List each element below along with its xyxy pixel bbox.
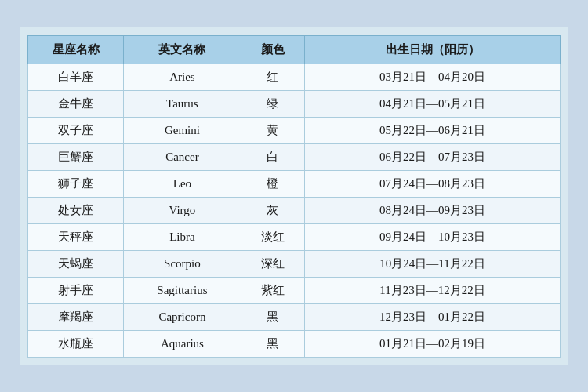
cell-color: 深红 [241, 250, 304, 277]
cell-date: 04月21日—05月21日 [305, 90, 561, 117]
cell-color: 黄 [241, 117, 304, 143]
cell-date: 03月21日—04月20日 [305, 64, 561, 90]
table-row: 金牛座Taurus绿04月21日—05月21日 [28, 90, 561, 117]
cell-english: Leo [124, 170, 241, 197]
table-row: 天蝎座Scorpio深红10月24日—11月22日 [28, 250, 561, 277]
cell-english: Cancer [124, 143, 241, 170]
table-row: 天秤座Libra淡红09月24日—10月23日 [28, 223, 561, 250]
cell-english: Aries [124, 64, 241, 90]
cell-english: Capricorn [124, 303, 241, 330]
cell-english: Taurus [124, 90, 241, 117]
cell-chinese: 天蝎座 [28, 250, 124, 277]
cell-english: Gemini [124, 117, 241, 143]
table-row: 白羊座Aries红03月21日—04月20日 [28, 64, 561, 90]
cell-chinese: 狮子座 [28, 170, 124, 197]
cell-chinese: 天秤座 [28, 223, 124, 250]
cell-chinese: 巨蟹座 [28, 143, 124, 170]
zodiac-table: 星座名称 英文名称 颜色 出生日期（阳历） 白羊座Aries红03月21日—04… [27, 35, 561, 358]
table-row: 水瓶座Aquarius黑01月21日—02月19日 [28, 330, 561, 357]
cell-chinese: 处女座 [28, 197, 124, 223]
cell-chinese: 白羊座 [28, 64, 124, 90]
cell-date: 08月24日—09月23日 [305, 197, 561, 223]
cell-chinese: 摩羯座 [28, 303, 124, 330]
table-row: 狮子座Leo橙07月24日—08月23日 [28, 170, 561, 197]
cell-color: 淡红 [241, 223, 304, 250]
cell-color: 灰 [241, 197, 304, 223]
table-row: 摩羯座Capricorn黑12月23日—01月22日 [28, 303, 561, 330]
cell-color: 黑 [241, 330, 304, 357]
table-header-row: 星座名称 英文名称 颜色 出生日期（阳历） [28, 35, 561, 64]
header-date: 出生日期（阳历） [305, 35, 561, 64]
cell-english: Virgo [124, 197, 241, 223]
table-row: 处女座Virgo灰08月24日—09月23日 [28, 197, 561, 223]
cell-date: 09月24日—10月23日 [305, 223, 561, 250]
header-color: 颜色 [241, 35, 304, 64]
cell-date: 06月22日—07月23日 [305, 143, 561, 170]
table-row: 巨蟹座Cancer白06月22日—07月23日 [28, 143, 561, 170]
cell-color: 紫红 [241, 277, 304, 303]
header-english: 英文名称 [124, 35, 241, 64]
cell-english: Sagittarius [124, 277, 241, 303]
cell-color: 绿 [241, 90, 304, 117]
cell-color: 红 [241, 64, 304, 90]
table-row: 射手座Sagittarius紫红11月23日—12月22日 [28, 277, 561, 303]
cell-english: Scorpio [124, 250, 241, 277]
cell-date: 10月24日—11月22日 [305, 250, 561, 277]
cell-color: 橙 [241, 170, 304, 197]
cell-date: 05月22日—06月21日 [305, 117, 561, 143]
cell-date: 01月21日—02月19日 [305, 330, 561, 357]
cell-chinese: 双子座 [28, 117, 124, 143]
cell-date: 11月23日—12月22日 [305, 277, 561, 303]
cell-color: 白 [241, 143, 304, 170]
cell-date: 12月23日—01月22日 [305, 303, 561, 330]
cell-chinese: 金牛座 [28, 90, 124, 117]
cell-color: 黑 [241, 303, 304, 330]
cell-english: Libra [124, 223, 241, 250]
zodiac-table-container: 星座名称 英文名称 颜色 出生日期（阳历） 白羊座Aries红03月21日—04… [20, 27, 568, 365]
header-chinese: 星座名称 [28, 35, 124, 64]
cell-chinese: 水瓶座 [28, 330, 124, 357]
table-row: 双子座Gemini黄05月22日—06月21日 [28, 117, 561, 143]
cell-english: Aquarius [124, 330, 241, 357]
cell-chinese: 射手座 [28, 277, 124, 303]
cell-date: 07月24日—08月23日 [305, 170, 561, 197]
